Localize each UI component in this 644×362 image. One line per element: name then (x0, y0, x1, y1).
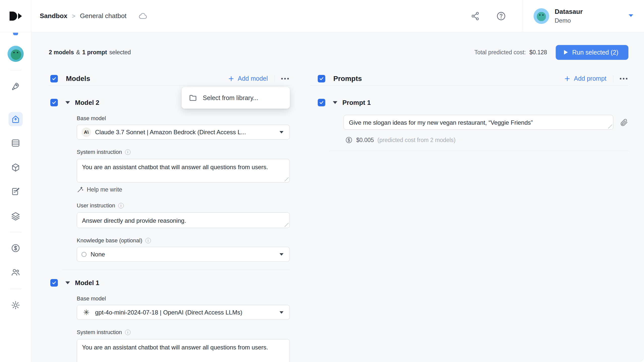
base-model-label: Base model (77, 115, 290, 122)
system-instruction-label: System instruction i (77, 149, 290, 155)
header-actions (469, 0, 523, 32)
chevron-down-icon (628, 14, 634, 19)
add-model-button[interactable]: Add model (228, 75, 268, 82)
header: Sandbox > General chatbot (0, 0, 644, 32)
run-selected-button[interactable]: Run selected (2) (556, 45, 628, 60)
account-name: Datasaur (555, 8, 583, 16)
rail-partial-icon (13, 33, 18, 35)
datasaur-logo[interactable] (0, 0, 31, 32)
base-model-value: Claude 3.7 Sonnet | Amazon Bedrock (Dire… (95, 129, 246, 136)
none-circle-icon (82, 252, 87, 257)
layers-icon[interactable] (9, 209, 23, 223)
app-window: Sandbox > General chatbot (0, 0, 644, 362)
dataset-rows-icon[interactable] (9, 136, 23, 150)
model-1-system-instruction-input[interactable]: You are an assistant chatbot that will a… (77, 339, 290, 362)
user-instruction-wrap: Answer directly and provide reasoning. (77, 212, 290, 228)
rail-divider (10, 289, 21, 289)
dollar-circle-icon (345, 136, 353, 144)
knowledge-base-value: None (91, 251, 105, 258)
account-workspace: Demo (555, 17, 583, 24)
prompt-1-name: Prompt 1 (342, 99, 371, 107)
prompt-1-collapse-caret-icon[interactable] (332, 101, 338, 105)
select-from-library-label: Select from library... (203, 94, 258, 102)
account-names: Datasaur Demo (555, 8, 583, 24)
help-me-write-label: Help me write (87, 186, 122, 193)
model-2-system-instruction-input[interactable]: You are an assistant chatbot that will a… (77, 159, 290, 183)
info-icon[interactable]: i (125, 149, 131, 155)
account-avatar (534, 8, 549, 24)
openai-logo-icon: ✳ (82, 308, 91, 317)
paperclip-icon[interactable] (619, 118, 628, 127)
base-model-value: gpt-4o-mini-2024-07-18 | OpenAI (Direct … (95, 309, 242, 316)
toolbar-right: Total predicted cost: $0.128 Run selecte… (474, 45, 628, 60)
info-icon[interactable]: i (118, 203, 124, 208)
models-more-menu-icon[interactable] (280, 76, 290, 81)
rail-divider (10, 70, 21, 70)
model-2-base-model-select[interactable]: A\ Claude 3.7 Sonnet | Amazon Bedrock (D… (77, 125, 290, 140)
select-caret-icon (279, 253, 284, 256)
info-icon[interactable]: i (125, 330, 131, 335)
prompt-1-input[interactable]: Give me slogan ideas for my new vegan re… (344, 115, 613, 130)
breadcrumb-root[interactable]: Sandbox (40, 12, 67, 20)
rail-avatar[interactable] (8, 46, 24, 62)
billing-dollar-icon[interactable] (9, 241, 23, 255)
model-2-name: Model 2 (75, 99, 99, 107)
datasaur-logo-icon (8, 11, 23, 21)
model-1-checkbox[interactable] (50, 279, 58, 287)
system-instruction-wrap: You are an assistant chatbot that will a… (77, 339, 290, 362)
model-divider (62, 270, 290, 270)
model-2-collapse-caret-icon[interactable] (65, 101, 70, 105)
model-1-fields: Base model ✳ gpt-4o-mini-2024-07-18 | Op… (77, 295, 290, 362)
selection-status: 2 models & 1 prompt selected (49, 49, 131, 56)
prompt-divider (329, 151, 628, 151)
plus-icon (564, 75, 571, 82)
model-2-fields: Base model A\ Claude 3.7 Sonnet | Amazon… (77, 115, 290, 262)
help-icon[interactable] (495, 10, 508, 23)
magic-wand-icon (77, 186, 84, 193)
document-edit-icon[interactable] (9, 185, 23, 199)
model-2-user-instruction-input[interactable]: Answer directly and provide reasoning. (77, 212, 290, 228)
model-2-knowledge-base-select[interactable]: None (77, 247, 290, 262)
model-1-collapse-caret-icon[interactable] (65, 281, 70, 285)
anthropic-logo-icon: A\ (82, 127, 91, 137)
model-1-row: Model 1 (49, 278, 290, 288)
prompt-cost-note: (predicted cost from 2 models) (377, 137, 456, 144)
model-1-base-model-select[interactable]: ✳ gpt-4o-mini-2024-07-18 | OpenAI (Direc… (77, 305, 290, 320)
model-2-checkbox[interactable] (50, 99, 58, 106)
add-prompt-button[interactable]: Add prompt (564, 75, 606, 82)
prompt-1-checkbox[interactable] (318, 99, 325, 106)
rocket-icon[interactable] (9, 79, 23, 94)
breadcrumb: Sandbox > General chatbot (31, 0, 469, 32)
total-cost: Total predicted cost: $0.128 (474, 49, 547, 56)
info-icon[interactable]: i (145, 238, 151, 243)
prompt-1-row: Prompt 1 (310, 98, 628, 108)
add-model-label: Add model (238, 75, 268, 82)
gear-icon[interactable] (9, 298, 23, 312)
play-icon (563, 50, 568, 55)
prompt-cost-value: $0.005 (356, 137, 374, 144)
select-from-library-item[interactable]: Select from library... (182, 88, 290, 108)
models-column: Models Add model (49, 72, 290, 362)
columns: Models Add model (49, 72, 628, 362)
prompts-select-all-checkbox[interactable] (318, 75, 325, 82)
select-caret-icon (279, 130, 284, 134)
selection-suffix: selected (109, 49, 131, 56)
share-icon[interactable] (469, 10, 481, 22)
sandbox-icon[interactable] (9, 112, 23, 126)
body-row: 2 models & 1 prompt selected Total predi… (0, 32, 644, 362)
account-menu[interactable]: Datasaur Demo (523, 0, 644, 32)
header-separator (274, 75, 275, 82)
prompt-1-input-row: Give me slogan ideas for my new vegan re… (344, 115, 628, 130)
users-icon[interactable] (9, 265, 23, 279)
prompts-header: Prompts Add prompt (310, 72, 628, 85)
cube-icon[interactable] (9, 161, 23, 175)
models-select-all-checkbox[interactable] (50, 75, 58, 82)
prompts-title: Prompts (333, 75, 362, 83)
system-instruction-wrap: You are an assistant chatbot that will a… (77, 159, 290, 183)
select-caret-icon (279, 311, 284, 314)
help-me-write-button[interactable]: Help me write (77, 186, 122, 193)
prompt-input-wrap: Give me slogan ideas for my new vegan re… (344, 115, 613, 130)
plus-icon (228, 75, 235, 82)
prompts-more-menu-icon[interactable] (619, 76, 628, 81)
models-menu-popup: Select from library... (182, 87, 290, 109)
